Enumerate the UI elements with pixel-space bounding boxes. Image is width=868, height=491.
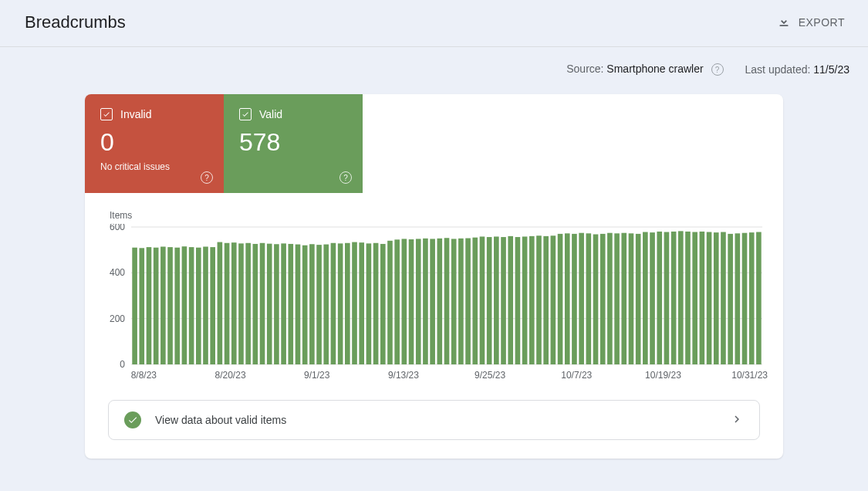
svg-rect-95	[742, 233, 748, 364]
svg-rect-66	[536, 236, 542, 365]
svg-text:10/31/23: 10/31/23	[731, 370, 768, 381]
svg-rect-65	[529, 236, 535, 364]
svg-text:200: 200	[110, 313, 125, 324]
svg-rect-56	[465, 239, 471, 364]
svg-rect-0	[779, 25, 788, 26]
svg-rect-40	[352, 242, 357, 364]
help-icon[interactable]: ?	[339, 171, 352, 184]
svg-rect-55	[458, 239, 464, 364]
export-button[interactable]: EXPORT	[772, 14, 849, 32]
svg-rect-68	[551, 236, 556, 365]
svg-rect-33	[302, 246, 308, 364]
svg-rect-32	[296, 245, 301, 364]
svg-rect-21	[218, 242, 223, 364]
checkbox-checked-icon[interactable]	[239, 108, 252, 120]
svg-rect-45	[387, 241, 393, 364]
svg-rect-80	[636, 234, 641, 364]
svg-rect-10	[139, 249, 144, 365]
svg-rect-77	[614, 234, 620, 365]
svg-rect-85	[671, 232, 677, 364]
svg-rect-87	[685, 232, 691, 364]
chevron-right-icon	[730, 412, 744, 428]
svg-rect-26	[253, 244, 258, 364]
svg-rect-15	[174, 248, 180, 364]
help-icon[interactable]: ?	[201, 171, 213, 184]
svg-rect-42	[366, 244, 372, 365]
svg-rect-92	[721, 232, 726, 364]
source-info: Source: Smartphone crawler ?	[566, 63, 723, 76]
svg-rect-17	[189, 247, 194, 364]
svg-rect-90	[707, 232, 712, 364]
checkbox-checked-icon[interactable]	[100, 108, 113, 120]
svg-text:9/1/23: 9/1/23	[304, 370, 330, 381]
export-label: EXPORT	[799, 16, 845, 29]
svg-rect-20	[210, 247, 215, 364]
svg-rect-79	[629, 234, 634, 365]
svg-rect-48	[409, 239, 414, 364]
svg-rect-22	[225, 243, 230, 364]
help-icon[interactable]: ?	[711, 63, 724, 76]
svg-rect-75	[600, 234, 606, 364]
svg-text:10/7/23: 10/7/23	[561, 370, 592, 381]
svg-rect-60	[494, 237, 499, 365]
svg-rect-19	[203, 247, 208, 364]
svg-rect-51	[430, 239, 435, 365]
svg-rect-86	[678, 232, 684, 365]
items-chart: 02004006008/8/238/20/239/1/239/13/239/25…	[97, 224, 770, 386]
svg-rect-94	[735, 234, 741, 365]
svg-rect-93	[728, 234, 733, 364]
svg-rect-74	[593, 235, 599, 365]
svg-text:9/25/23: 9/25/23	[475, 370, 505, 381]
svg-rect-82	[650, 232, 655, 364]
tile-valid-label: Valid	[259, 108, 282, 120]
svg-rect-84	[664, 232, 670, 364]
svg-rect-50	[423, 239, 428, 364]
svg-rect-54	[451, 239, 457, 365]
main-card: Invalid 0 No critical issues ? Valid 578…	[85, 94, 783, 459]
svg-rect-18	[196, 248, 201, 364]
svg-rect-36	[323, 245, 329, 364]
svg-rect-96	[749, 232, 755, 364]
tile-invalid-label: Invalid	[120, 108, 151, 120]
svg-rect-27	[260, 243, 265, 364]
svg-rect-35	[316, 245, 322, 364]
svg-rect-57	[472, 238, 478, 364]
svg-rect-73	[586, 234, 592, 365]
svg-rect-38	[338, 244, 343, 365]
updated-info: Last updated: 11/5/23	[745, 63, 849, 76]
svg-rect-13	[160, 247, 166, 364]
tile-invalid[interactable]: Invalid 0 No critical issues ?	[85, 94, 224, 193]
svg-rect-76	[607, 233, 613, 364]
svg-rect-49	[416, 239, 421, 365]
page-title: Breadcrumbs	[25, 12, 126, 32]
svg-text:600: 600	[110, 224, 125, 232]
tile-invalid-sub: No critical issues	[100, 161, 208, 172]
meta-row: Source: Smartphone crawler ? Last update…	[0, 47, 868, 76]
svg-rect-25	[245, 243, 251, 364]
tile-valid[interactable]: Valid 578 ?	[224, 94, 363, 193]
svg-rect-30	[281, 244, 286, 365]
svg-rect-89	[700, 232, 705, 364]
svg-rect-41	[359, 242, 364, 364]
svg-rect-9	[132, 248, 137, 364]
svg-rect-69	[558, 234, 563, 364]
svg-rect-63	[515, 237, 521, 364]
tile-valid-value: 578	[239, 128, 347, 157]
svg-rect-29	[274, 245, 279, 365]
svg-rect-71	[572, 234, 577, 364]
svg-rect-31	[288, 244, 293, 364]
svg-text:8/20/23: 8/20/23	[215, 370, 246, 381]
summary-tiles: Invalid 0 No critical issues ? Valid 578…	[85, 94, 783, 193]
action-label: View data about valid items	[155, 414, 286, 426]
svg-text:8/8/23: 8/8/23	[131, 370, 157, 381]
view-valid-items-button[interactable]: View data about valid items	[108, 400, 760, 440]
svg-rect-34	[309, 245, 315, 365]
svg-rect-46	[394, 240, 400, 365]
svg-rect-64	[522, 237, 528, 365]
svg-rect-12	[154, 248, 159, 364]
svg-text:0: 0	[120, 359, 125, 370]
svg-rect-43	[373, 243, 379, 364]
tile-invalid-value: 0	[100, 128, 208, 157]
svg-rect-37	[331, 243, 336, 364]
check-circle-icon	[124, 411, 141, 428]
